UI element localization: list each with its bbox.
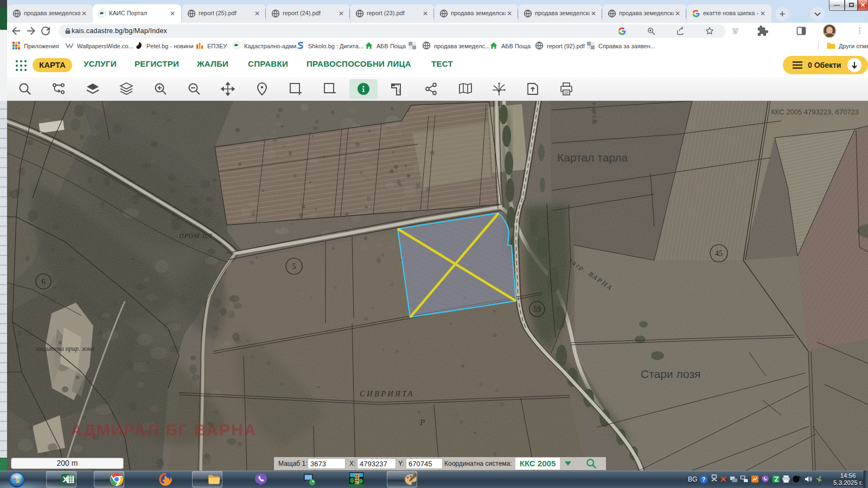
svg-text:защитена прир. зона: защитена прир. зона	[35, 345, 94, 352]
svg-text:45: 45	[715, 249, 723, 258]
svg-text:з-ще с.К: з-ще с.К	[591, 102, 598, 124]
svg-text:Стари лозя: Стари лозя	[641, 368, 700, 380]
svg-text:Р: Р	[419, 418, 425, 427]
svg-text:?: ?	[702, 476, 706, 483]
svg-text:Картал тарла: Картал тарла	[557, 151, 628, 164]
svg-text:ККС 2005 4793223, 670723: ККС 2005 4793223, 670723	[771, 108, 859, 116]
svg-text:59: 59	[533, 305, 541, 313]
svg-text:5: 5	[292, 262, 296, 271]
svg-text:АДМИРАЛ БГ ВАРНА: АДМИРАЛ БГ ВАРНА	[71, 421, 257, 439]
svg-text:6: 6	[42, 278, 46, 286]
svg-text:СИВРИЯТА: СИВРИЯТА	[360, 389, 414, 398]
svg-text:ПРОМ.ПЛ.: ПРОМ.ПЛ.	[178, 232, 214, 240]
